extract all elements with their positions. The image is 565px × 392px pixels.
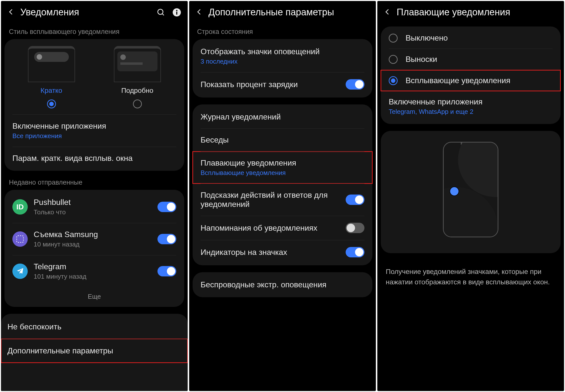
card-advanced-main: Журнал уведомлений Беседы Плавающие увед… <box>193 104 372 265</box>
svg-point-0 <box>158 9 163 14</box>
row-action-hints[interactable]: Подсказки действий и ответов для уведомл… <box>193 184 372 216</box>
app-icon-pushbullet: ID <box>12 199 28 215</box>
row-dnd[interactable]: Не беспокоить <box>1 315 188 339</box>
row-enabled-apps[interactable]: Включенные приложения Telegram, WhatsApp… <box>381 91 561 123</box>
row-advanced-settings[interactable]: Дополнительные параметры <box>1 339 188 363</box>
row-notif-reminders[interactable]: Напоминания об уведомлениях <box>193 216 372 240</box>
section-label-recent: Недавно отправленные <box>1 178 188 190</box>
svg-line-1 <box>162 14 164 15</box>
back-icon[interactable] <box>7 8 15 17</box>
topbar: Плавающие уведомления <box>377 1 564 23</box>
toggle-telegram[interactable] <box>157 266 176 276</box>
row-wireless-alerts[interactable]: Беспроводные экстр. оповещения <box>193 273 372 296</box>
back-icon[interactable] <box>384 8 391 17</box>
svg-rect-5 <box>17 236 24 243</box>
app-icon-samsung-capture <box>12 231 28 247</box>
topbar: Уведомления <box>1 1 188 23</box>
recent-app-samsung-capture[interactable]: Съемка Samsung 10 минут назад <box>4 223 184 255</box>
screen-notifications: Уведомления Стиль всплывающего уведомлен… <box>1 1 188 391</box>
card-floating-options: Выключено Выноски Всплывающие уведомлени… <box>381 26 561 124</box>
option-callouts[interactable]: Выноски <box>381 49 561 70</box>
page-title: Дополнительные параметры <box>208 7 369 18</box>
svg-rect-3 <box>176 12 177 15</box>
toggle-samsung-capture[interactable] <box>157 234 176 244</box>
card-recent: ID Pushbullet Только что Съемка Samsung … <box>4 190 184 307</box>
style-label-brief: Кратко <box>41 87 62 95</box>
description-text: Получение уведомлений значками, которые … <box>377 260 564 294</box>
more-button[interactable]: Еще <box>4 287 184 306</box>
row-conversations[interactable]: Беседы <box>193 128 372 151</box>
preview-illustration <box>381 132 561 252</box>
row-floating-notifications[interactable]: Плавающие уведомления Всплывающие уведом… <box>193 151 372 184</box>
radio-popups[interactable] <box>389 76 398 85</box>
screen-floating-notifications: Плавающие уведомления Выключено Выноски … <box>377 1 564 391</box>
app-icon-telegram <box>12 264 28 279</box>
row-icon-badges[interactable]: Индикаторы на значках <box>193 240 372 264</box>
screen-advanced-settings: Дополнительные параметры Строка состояни… <box>189 1 376 391</box>
recent-app-pushbullet[interactable]: ID Pushbullet Только что <box>4 191 184 223</box>
option-popups[interactable]: Всплывающие уведомления <box>381 70 561 91</box>
style-label-detailed: Подробно <box>121 87 154 95</box>
toggle-notif-reminders[interactable] <box>346 223 364 233</box>
row-show-notif-icons[interactable]: Отображать значки оповещений 3 последних <box>193 40 372 72</box>
toggle-pushbullet[interactable] <box>157 202 176 212</box>
card-status-bar: Отображать значки оповещений 3 последних… <box>193 39 372 98</box>
card-preview <box>381 131 561 253</box>
toggle-action-hints[interactable] <box>346 195 364 205</box>
info-icon[interactable] <box>172 8 181 17</box>
section-label-status-bar: Строка состояния <box>189 23 376 39</box>
toggle-icon-badges[interactable] <box>346 247 364 257</box>
radio-callouts[interactable] <box>389 55 398 64</box>
style-option-brief[interactable]: Кратко <box>28 46 75 95</box>
row-enabled-apps[interactable]: Включенные приложения Все приложения <box>4 115 184 147</box>
svg-point-4 <box>176 10 177 11</box>
toggle-battery-percent[interactable] <box>346 79 364 90</box>
radio-brief[interactable] <box>47 99 56 108</box>
card-popup-style: Кратко Подробно Включенные приложения Вс… <box>4 39 184 171</box>
radio-detailed[interactable] <box>133 99 142 108</box>
page-title: Плавающие уведомления <box>397 7 558 18</box>
option-off[interactable]: Выключено <box>381 27 561 49</box>
back-icon[interactable] <box>196 8 203 17</box>
page-title: Уведомления <box>20 7 151 18</box>
section-label-style: Стиль всплывающего уведомления <box>1 23 188 39</box>
recent-app-telegram[interactable]: Telegram 101 минуту назад <box>4 255 184 287</box>
style-option-detailed[interactable]: Подробно <box>114 46 161 95</box>
row-battery-percent[interactable]: Показать процент зарядки <box>193 72 372 97</box>
topbar: Дополнительные параметры <box>189 1 376 23</box>
bubble-icon <box>450 187 459 196</box>
radio-off[interactable] <box>389 34 398 43</box>
card-bottom: Не беспокоить Дополнительные параметры <box>1 314 188 391</box>
search-icon[interactable] <box>156 8 165 17</box>
row-brief-params[interactable]: Парам. кратк. вида всплыв. окна <box>4 147 184 170</box>
row-notif-log[interactable]: Журнал уведомлений <box>193 105 372 128</box>
card-wireless-alerts: Беспроводные экстр. оповещения <box>193 272 372 297</box>
